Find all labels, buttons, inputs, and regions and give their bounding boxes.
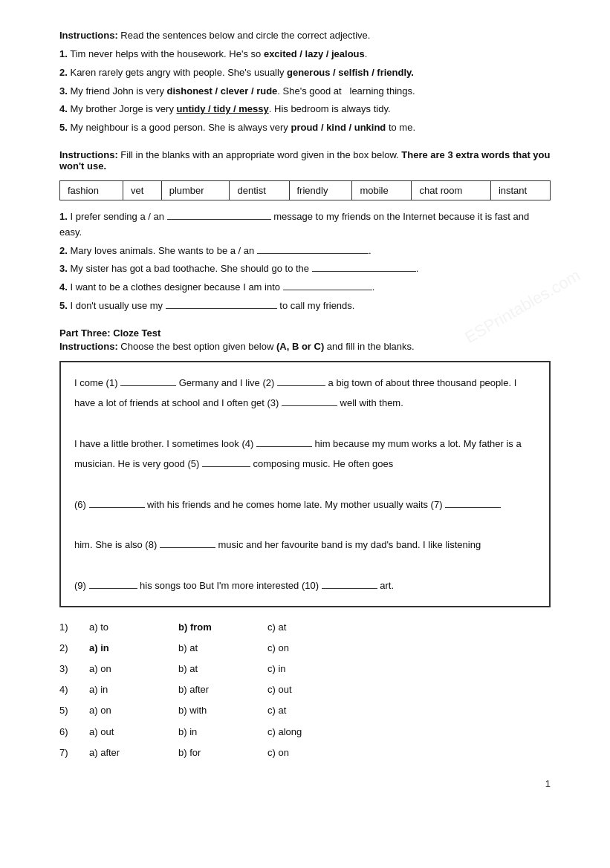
section2: Instructions: Fill in the blanks with an… bbox=[59, 149, 551, 314]
answer-row-1: 1) a) to b) from c) at bbox=[59, 619, 551, 636]
s2-sentence-2: 2. Mary loves animals. She wants to be a… bbox=[59, 244, 551, 259]
ans-num-6: 6) bbox=[59, 724, 89, 740]
section2-sentences: 1. I prefer sending a / an message to my… bbox=[59, 209, 551, 314]
answer-row-5: 5) a) on b) with c) at bbox=[59, 702, 551, 719]
ans-3b: b) at bbox=[178, 661, 267, 677]
ans-1a: a) to bbox=[89, 619, 178, 636]
ans-5c: c) at bbox=[267, 702, 342, 719]
ans-4b: b) after bbox=[178, 682, 267, 698]
ans-num-7: 7) bbox=[59, 745, 89, 761]
sentence-1: 1. Tim never helps with the housework. H… bbox=[59, 47, 551, 62]
cloze-para-2: I have a little brother. I sometimes loo… bbox=[74, 434, 536, 474]
ans-num-4: 4) bbox=[59, 682, 89, 698]
ans-6a: a) out bbox=[89, 724, 178, 740]
section3-instructions-label: Instructions: bbox=[59, 341, 118, 352]
word-friendly: friendly bbox=[289, 180, 352, 200]
answer-row-6: 6) a) out b) in c) along bbox=[59, 724, 551, 740]
section3-instructions-text2: and fill in the blanks. bbox=[327, 341, 415, 352]
word-fashion: fashion bbox=[60, 180, 123, 200]
ans-2a: a) in bbox=[89, 640, 178, 656]
word-instant: instant bbox=[490, 180, 550, 200]
ans-4a: a) in bbox=[89, 682, 178, 698]
answer-row-4: 4) a) in b) after c) out bbox=[59, 682, 551, 698]
ans-2c: c) on bbox=[267, 640, 342, 656]
sentence-5: 5. My neighbour is a good person. She is… bbox=[59, 120, 551, 136]
section1-instructions-text: Read the sentences below and circle the … bbox=[118, 30, 371, 41]
s1-text: Tim never helps with the housework. He's… bbox=[70, 48, 367, 59]
section2-instructions-label: Instructions: bbox=[59, 149, 118, 160]
ans-5a: a) on bbox=[89, 702, 178, 719]
answer-row-2: 2) a) in b) at c) on bbox=[59, 640, 551, 656]
sentence-2: 2. Karen rarely gets angry with people. … bbox=[59, 65, 551, 81]
answer-grid: 1) a) to b) from c) at 2) a) in b) at c)… bbox=[59, 619, 551, 761]
s2-text: Karen rarely gets angry with people. She… bbox=[70, 67, 414, 78]
word-vet: vet bbox=[123, 180, 161, 200]
word-mobile: mobile bbox=[352, 180, 412, 200]
sentence-3: 3. My friend John is very dishonest / cl… bbox=[59, 84, 551, 99]
ans-num-1: 1) bbox=[59, 619, 89, 636]
cloze-para-1: I come (1) Germany and I live (2) a big … bbox=[74, 373, 536, 414]
section1: Instructions: Read the sentences below a… bbox=[59, 30, 551, 136]
s3-text: My friend John is very dishonest / cleve… bbox=[70, 85, 415, 97]
section3-instructions-text: Choose the best option given below bbox=[120, 341, 276, 352]
ans-num-2: 2) bbox=[59, 640, 89, 656]
page: ESPrintables.com Instructions: Read the … bbox=[0, 0, 610, 804]
ans-num-5: 5) bbox=[59, 702, 89, 719]
ans-7b: b) for bbox=[178, 745, 267, 761]
ans-num-3: 3) bbox=[59, 661, 89, 677]
s2-sentence-1: 1. I prefer sending a / an message to my… bbox=[59, 209, 551, 241]
ans-3a: a) on bbox=[89, 661, 178, 677]
word-chatroom: chat room bbox=[412, 180, 490, 200]
section1-instructions: Instructions: Read the sentences below a… bbox=[59, 30, 551, 41]
s5-text: My neighbour is a good person. She is al… bbox=[70, 122, 415, 133]
answer-row-3: 3) a) on b) at c) in bbox=[59, 661, 551, 677]
answer-row-7: 7) a) after b) for c) on bbox=[59, 745, 551, 761]
ans-6b: b) in bbox=[178, 724, 267, 740]
section1-sentences: 1. Tim never helps with the housework. H… bbox=[59, 47, 551, 136]
ans-1c: c) at bbox=[267, 619, 342, 636]
word-box: fashion vet plumber dentist friendly mob… bbox=[59, 180, 551, 200]
page-number: 1 bbox=[545, 778, 551, 789]
ans-2b: b) at bbox=[178, 640, 267, 656]
s5-num: 5. bbox=[59, 122, 68, 133]
ans-3c: c) in bbox=[267, 661, 342, 677]
s2-num: 2. bbox=[59, 67, 68, 78]
section3-instructions-bold: (A, B or C) bbox=[276, 341, 324, 352]
ans-1b: b) from bbox=[178, 619, 267, 636]
part-three-title: Part Three: Cloze Test bbox=[59, 327, 551, 339]
ans-4c: c) out bbox=[267, 682, 342, 698]
cloze-para-3: (6) with his friends and he comes home l… bbox=[74, 495, 536, 515]
section2-instructions: Instructions: Fill in the blanks with an… bbox=[59, 149, 551, 172]
section2-instructions-text: Fill in the blanks with an appropriate w… bbox=[120, 149, 401, 160]
s4-num: 4. bbox=[59, 103, 68, 114]
section1-instructions-label: Instructions: bbox=[59, 30, 118, 41]
word-plumber: plumber bbox=[161, 180, 230, 200]
section3-instructions: Instructions: Choose the best option giv… bbox=[59, 341, 551, 352]
ans-6c: c) along bbox=[267, 724, 342, 740]
s2-sentence-5: 5. I don't usually use my to call my fri… bbox=[59, 298, 551, 314]
sentence-4: 4. My brother Jorge is very untidy / tid… bbox=[59, 102, 551, 117]
s1-num: 1. bbox=[59, 48, 68, 59]
ans-7a: a) after bbox=[89, 745, 178, 761]
s3-num: 3. bbox=[59, 85, 68, 97]
cloze-box: I come (1) Germany and I live (2) a big … bbox=[59, 361, 551, 607]
ans-7c: c) on bbox=[267, 745, 342, 761]
cloze-para-4: him. She is also (8) music and her favou… bbox=[74, 535, 536, 555]
s4-text: My brother Jorge is very untidy / tidy /… bbox=[70, 103, 390, 114]
s2-sentence-3: 3. My sister has got a bad toothache. Sh… bbox=[59, 261, 551, 277]
section3: Part Three: Cloze Test Instructions: Cho… bbox=[59, 327, 551, 761]
s2-sentence-4: 4. I want to be a clothes designer becau… bbox=[59, 280, 551, 296]
cloze-para-5: (9) his songs too But I'm more intereste… bbox=[74, 575, 536, 595]
ans-5b: b) with bbox=[178, 702, 267, 719]
word-dentist: dentist bbox=[230, 180, 289, 200]
